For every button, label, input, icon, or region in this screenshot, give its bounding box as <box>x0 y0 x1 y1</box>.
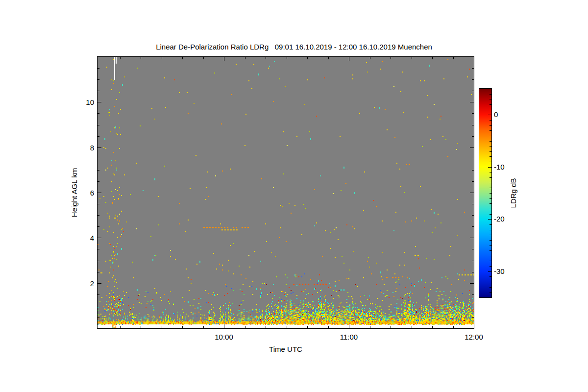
y-tick-label: 2 <box>77 279 94 287</box>
y-tick-label: 6 <box>77 189 94 197</box>
y-tick-label: 8 <box>77 143 94 151</box>
ldr-quicklook-page: { "chart_data": { "type": "heatmap", "ti… <box>0 0 588 392</box>
colorbar-tick-label: 0 <box>494 110 498 119</box>
plot-area <box>97 56 474 329</box>
heatmap-canvas <box>98 57 474 328</box>
colorbar-canvas <box>479 89 491 297</box>
y-tick-label: 10 <box>77 98 94 106</box>
y-tick-label: 4 <box>77 234 94 242</box>
x-axis-label: Time UTC <box>269 345 302 353</box>
x-tick-label: 12:00 <box>465 333 483 341</box>
colorbar-label: LDRg dB <box>509 178 517 208</box>
chart-title: Linear De-Polarization Ratio LDRg 09:01 … <box>0 43 588 51</box>
x-tick-label: 10:00 <box>215 333 233 341</box>
x-tick-label: 11:00 <box>340 333 358 341</box>
colorbar-tick-label: -30 <box>494 267 505 275</box>
colorbar-tick-label: -10 <box>494 162 505 171</box>
y-axis-label: Height AGL km <box>70 168 78 217</box>
colorbar <box>479 88 492 298</box>
colorbar-tick-label: -20 <box>494 215 505 223</box>
